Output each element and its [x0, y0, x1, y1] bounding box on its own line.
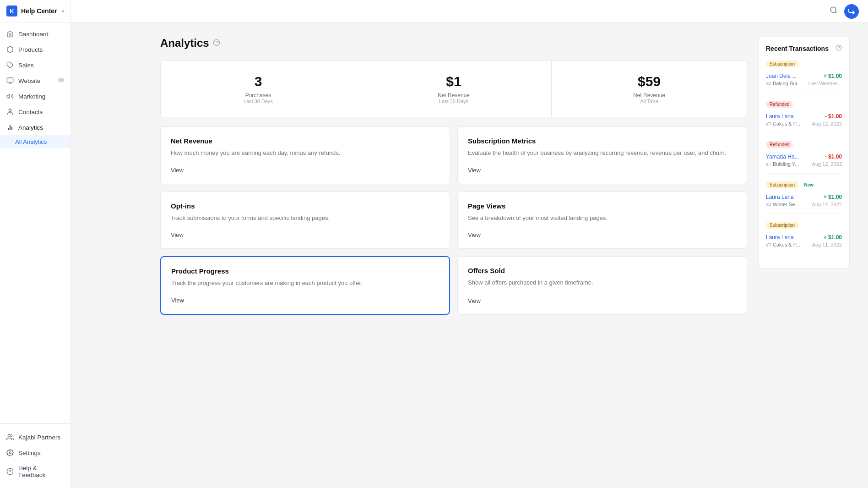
card-desc-subscription-metrics: Evaluate the health of your business by …: [468, 148, 737, 158]
stat-net-revenue-30: $1 Net Revenue Last 30 Days: [356, 61, 552, 117]
divider: [766, 133, 842, 133]
transactions-help-icon[interactable]: [835, 44, 842, 53]
card-desc-opt-ins: Track submissions to your forms and spec…: [171, 214, 439, 223]
stat-net-revenue-30-sublabel: Last 30 Days: [365, 99, 542, 104]
transaction-group: Subscription Laura Lana + $1.00 🏷 Cakes …: [766, 220, 842, 254]
help-circle-icon: [6, 468, 14, 475]
tag-small-icon: 🏷: [766, 121, 771, 126]
sidebar-footer: Kajabi Partners Settings Help & Feedback: [0, 423, 71, 488]
transaction-name[interactable]: Laura Lana: [766, 234, 794, 241]
sidebar-item-sales[interactable]: Sales: [0, 57, 71, 73]
sidebar-item-settings[interactable]: Settings: [0, 445, 71, 461]
page-title: Analytics: [160, 37, 209, 49]
badge-subscription: Subscription: [766, 222, 798, 229]
transaction-item: Juan Dela ... + $1.00 🏷 Baking Bui... La…: [766, 70, 842, 89]
gear-icon: [6, 449, 14, 456]
divider: [766, 93, 842, 93]
sidebar-item-all-analytics[interactable]: All Analytics: [0, 135, 71, 148]
sidebar-label-analytics: Analytics: [18, 124, 43, 131]
sidebar-label-contacts: Contacts: [18, 109, 43, 115]
badge-new: New: [800, 181, 817, 188]
search-icon[interactable]: [830, 6, 838, 16]
transaction-name[interactable]: Yamada Ha...: [766, 154, 799, 160]
card-view-page-views[interactable]: View: [468, 231, 737, 238]
card-title-product-progress: Product Progress: [171, 267, 439, 275]
sidebar-item-products[interactable]: Products: [0, 42, 71, 57]
package-icon: [6, 46, 14, 53]
svg-point-4: [60, 79, 62, 81]
page-help-icon[interactable]: [213, 39, 220, 48]
transaction-amount: + $1.00: [824, 194, 842, 200]
stat-purchases: 3 Purchases Last 30 Days: [161, 61, 356, 117]
badge-refunded: Refunded: [766, 101, 793, 108]
tag-small-icon: 🏷: [766, 242, 771, 247]
analytics-card-offers-sold[interactable]: Offers Sold Show all offers purchased in…: [457, 256, 747, 315]
stat-net-revenue-30-value: $1: [365, 74, 542, 89]
card-desc-product-progress: Track the progress your customers are ma…: [171, 279, 439, 288]
transaction-name[interactable]: Laura Lana: [766, 194, 794, 200]
transaction-amount: - $1.00: [825, 154, 842, 160]
svg-point-5: [9, 109, 11, 111]
transaction-group: Subscription Juan Dela ... + $1.00 🏷 Bak…: [766, 59, 842, 93]
transactions-header: Recent Transactions: [766, 44, 842, 53]
sidebar-item-analytics[interactable]: Analytics: [0, 120, 71, 135]
transaction-date: Aug 12, 2022: [812, 161, 842, 167]
badge-refunded: Refunded: [766, 141, 793, 148]
analytics-card-product-progress[interactable]: Product Progress Track the progress your…: [160, 256, 450, 315]
svg-line-14: [835, 11, 836, 13]
sidebar-item-dashboard[interactable]: Dashboard: [0, 26, 71, 42]
card-view-offers-sold[interactable]: View: [468, 297, 737, 304]
stat-purchases-label: Purchases: [170, 92, 347, 99]
card-desc-net-revenue: How much money you are earning each day,…: [171, 148, 439, 158]
transaction-name[interactable]: Juan Dela ...: [766, 73, 797, 79]
analytics-card-subscription-metrics[interactable]: Subscription Metrics Evaluate the health…: [457, 126, 747, 184]
badge-subscription: Subscription: [766, 181, 798, 188]
sidebar-label-products: Products: [18, 46, 43, 53]
transaction-product: Baking Bui...: [773, 81, 801, 86]
sidebar-item-website[interactable]: Website: [0, 73, 71, 88]
transaction-item: Laura Lana - $1.00 🏷 Cakes & P... Aug 12…: [766, 110, 842, 129]
sidebar-label-marketing: Marketing: [18, 93, 45, 100]
transaction-item: Laura Lana + $1.00 🏷 Cakes & P... Aug 11…: [766, 231, 842, 250]
card-view-opt-ins[interactable]: View: [171, 231, 439, 238]
sidebar-label-dashboard: Dashboard: [18, 31, 49, 38]
transaction-date: Aug 11, 2022: [812, 242, 842, 247]
card-desc-offers-sold: Show all offers purchased in a given tim…: [468, 278, 737, 288]
main-content: Analytics 3 Purchases Last 30 Days $1 Ne…: [142, 23, 868, 488]
sidebar: K Help Center ▾ Dashboard Products Sales: [0, 0, 71, 488]
card-title-opt-ins: Opt-ins: [171, 202, 439, 210]
user-avatar[interactable]: [844, 4, 859, 19]
transaction-group: Subscription New Laura Lana + $1.00 🏷 Wi…: [766, 180, 842, 214]
analytics-card-page-views[interactable]: Page Views See a breakdown of your most …: [457, 192, 747, 249]
transaction-item: Laura Lana + $1.00 🏷 Winter Se... Aug 12…: [766, 191, 842, 210]
transactions-panel: Recent Transactions Subscription Juan De…: [758, 37, 850, 269]
stat-purchases-value: 3: [170, 74, 347, 89]
transaction-product: Cakes & P...: [773, 242, 800, 247]
transaction-item: Yamada Ha... - $1.00 🏷 Building Y... Aug…: [766, 151, 842, 170]
svg-point-13: [830, 7, 836, 12]
sidebar-item-marketing[interactable]: Marketing: [0, 88, 71, 104]
card-title-net-revenue: Net Revenue: [171, 137, 439, 145]
transactions-title: Recent Transactions: [766, 45, 829, 52]
sidebar-label-website: Website: [18, 77, 41, 84]
transaction-name[interactable]: Laura Lana: [766, 113, 794, 120]
svg-point-10: [9, 452, 11, 454]
all-analytics-label: All Analytics: [15, 138, 47, 145]
stat-net-revenue-all: $59 Net Revenue All Time: [552, 61, 747, 117]
sidebar-item-contacts[interactable]: Contacts: [0, 104, 71, 120]
transaction-amount: + $1.00: [824, 73, 842, 79]
transaction-group: Refunded Laura Lana - $1.00 🏷 Cakes & P.…: [766, 99, 842, 133]
card-title-page-views: Page Views: [468, 202, 737, 210]
card-view-net-revenue[interactable]: View: [171, 167, 439, 174]
transaction-amount: - $1.00: [825, 113, 842, 120]
sidebar-header[interactable]: K Help Center ▾: [0, 0, 71, 22]
transactions-list: Subscription Juan Dela ... + $1.00 🏷 Bak…: [766, 59, 842, 261]
content-right: Recent Transactions Subscription Juan De…: [758, 37, 850, 474]
sidebar-item-kajabi-partners[interactable]: Kajabi Partners: [0, 429, 71, 445]
transaction-amount: + $1.00: [824, 234, 842, 241]
card-view-product-progress[interactable]: View: [171, 297, 439, 304]
analytics-card-opt-ins[interactable]: Opt-ins Track submissions to your forms …: [160, 192, 450, 249]
card-view-subscription-metrics[interactable]: View: [468, 167, 737, 174]
analytics-card-net-revenue[interactable]: Net Revenue How much money you are earni…: [160, 126, 450, 184]
sidebar-item-help-feedback[interactable]: Help & Feedback: [0, 461, 71, 483]
